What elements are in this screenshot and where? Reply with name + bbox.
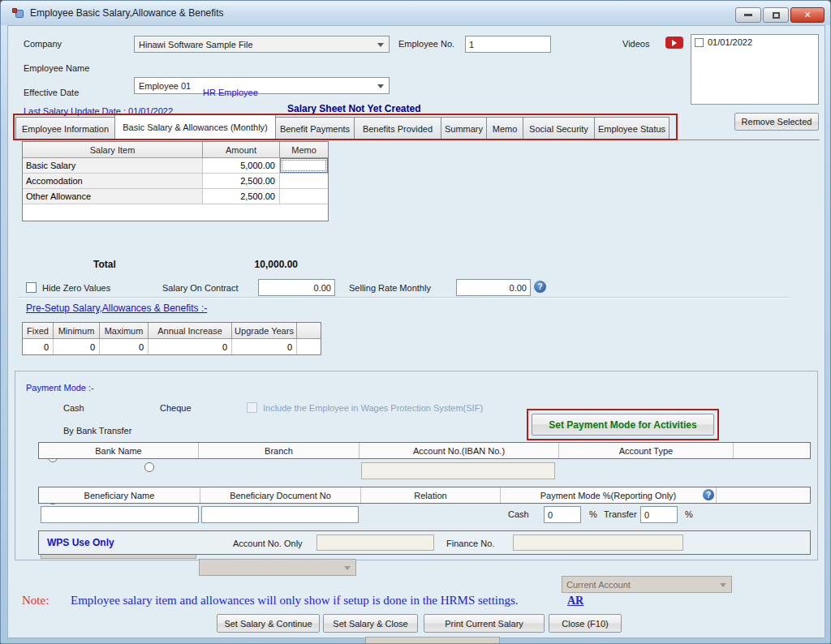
tab-benefit-payments[interactable]: Benefit Payments xyxy=(275,117,355,140)
tab-employee-status[interactable]: Employee Status xyxy=(594,117,670,140)
close-f10-button[interactable]: Close (F10) xyxy=(549,614,622,633)
branch-select[interactable] xyxy=(199,559,356,576)
salary-history-list[interactable]: 01/01/2022 xyxy=(691,34,819,105)
videos-label: Videos xyxy=(622,39,649,49)
finance-no-label: Finance No. xyxy=(446,539,494,548)
maximize-icon xyxy=(773,12,780,19)
tab-strip: Employee Information Basic Salary & Allo… xyxy=(15,117,669,140)
beneficiary-doc-input[interactable] xyxy=(201,506,359,523)
employee-name-value: Employee 01 xyxy=(139,81,191,91)
tab-basic-salary-allowances[interactable]: Basic Salary & Allowances (Monthly) xyxy=(114,114,276,140)
company-value: Hinawi Software Sample File xyxy=(139,40,253,49)
app-icon xyxy=(11,6,24,19)
table-row: Basic Salary 5,000.00 xyxy=(23,158,328,174)
transfer-label: Transfer xyxy=(604,509,637,519)
play-icon xyxy=(672,40,677,46)
finance-no-input[interactable] xyxy=(513,535,683,551)
history-item-label: 01/01/2022 xyxy=(708,37,752,47)
salary-on-contract-input[interactable] xyxy=(258,279,335,296)
transfer-pct-input[interactable] xyxy=(640,506,678,523)
list-item[interactable]: 01/01/2022 xyxy=(691,35,818,49)
col-header-account-type: Account Type xyxy=(559,443,734,458)
relation-select[interactable] xyxy=(365,637,500,644)
col-header-memo: Memo xyxy=(280,142,328,157)
bank-grid-header: Bank Name Branch Account No.(IBAN No.) A… xyxy=(38,442,811,459)
col-header-beneficiary-name: Beneficiary Name xyxy=(39,487,200,503)
section-divider xyxy=(18,297,789,298)
bank-transfer-radio-label[interactable]: By Bank Transfer xyxy=(63,426,131,436)
amount-cell[interactable]: 2,500.00 xyxy=(203,189,280,204)
col-header-minimum: Minimum xyxy=(54,323,100,338)
col-header-blank xyxy=(297,323,321,338)
window-title: Employee Basic Salary,Allowance & Benefi… xyxy=(30,7,224,19)
tab-employee-information[interactable]: Employee Information xyxy=(15,117,115,140)
beneficiary-name-input[interactable] xyxy=(41,506,199,523)
sif-checkbox-label: Include the Employee in Wages Protection… xyxy=(263,403,483,413)
col-header-upgrade-years: Upgrade Years xyxy=(232,323,297,338)
amount-cell[interactable]: 2,500.00 xyxy=(203,174,280,188)
tab-benefits-provided[interactable]: Benefits Provided xyxy=(354,117,441,140)
salary-items-grid: Salary Item Amount Memo Basic Salary 5,0… xyxy=(22,141,329,221)
history-item-checkbox[interactable] xyxy=(695,38,704,47)
cheque-radio[interactable] xyxy=(144,462,154,472)
presetup-link[interactable]: Pre-Setup Salary,Allowances & Benefits :… xyxy=(26,303,207,314)
account-type-value: Current Account xyxy=(566,580,631,590)
tab-social-security[interactable]: Social Security xyxy=(523,117,595,140)
account-no-only-input[interactable] xyxy=(316,535,434,551)
selling-rate-label: Selling Rate Monthly xyxy=(349,283,431,293)
account-no-input[interactable] xyxy=(361,462,555,479)
maximum-value: 0 xyxy=(100,339,149,354)
employee-no-input[interactable] xyxy=(465,36,551,53)
note-label: Note: xyxy=(22,594,49,608)
company-select[interactable]: Hinawi Software Sample File xyxy=(134,36,390,53)
set-salary-close-button[interactable]: Set Salary & Close xyxy=(323,614,418,633)
cheque-radio-label[interactable]: Cheque xyxy=(160,403,192,413)
memo-cell-focused[interactable] xyxy=(280,158,328,173)
col-header-blank xyxy=(717,487,810,503)
set-salary-continue-button[interactable]: Set Salary & Continue xyxy=(217,614,320,633)
salary-item-cell: Accomodation xyxy=(23,174,203,188)
print-current-salary-button[interactable]: Print Current Salary xyxy=(424,614,545,633)
selling-rate-input[interactable] xyxy=(456,279,531,296)
upgrade-years-value: 0 xyxy=(232,339,297,354)
amount-cell[interactable]: 5,000.00 xyxy=(203,158,280,173)
tab-summary[interactable]: Summary xyxy=(441,117,487,140)
account-type-select[interactable]: Current Account xyxy=(562,576,732,593)
help-icon[interactable] xyxy=(534,281,546,293)
col-header-fixed: Fixed xyxy=(23,323,54,338)
minimum-value: 0 xyxy=(54,339,100,354)
account-no-only-label: Account No. Only xyxy=(233,539,303,548)
presetup-grid: Fixed Minimum Maximum Annual Increase Up… xyxy=(22,322,321,355)
cash-pct-input[interactable] xyxy=(544,506,581,523)
transfer-pct-sign: % xyxy=(685,509,693,519)
total-label: Total xyxy=(93,259,116,270)
client-area: Company Hinawi Software Sample File Empl… xyxy=(7,25,825,638)
remove-selected-button[interactable]: Remove Selected xyxy=(734,113,819,131)
close-button[interactable]: ✕ xyxy=(790,7,825,23)
table-row: Other Allowance 2,500.00 xyxy=(23,189,328,204)
sif-checkbox[interactable] xyxy=(247,402,257,413)
app-window: Employee Basic Salary,Allowance & Benefi… xyxy=(0,0,831,644)
col-header-relation: Relation xyxy=(361,487,501,503)
chevron-down-icon xyxy=(377,43,384,47)
table-row: Accomodation 2,500.00 xyxy=(23,174,328,189)
chevron-down-icon xyxy=(377,84,384,88)
col-header-bank-name: Bank Name xyxy=(39,443,199,458)
ar-link[interactable]: AR xyxy=(567,595,583,608)
minimize-button[interactable] xyxy=(735,7,761,23)
hide-zero-values-checkbox[interactable] xyxy=(26,282,37,293)
cash-radio-label[interactable]: Cash xyxy=(63,403,84,413)
memo-cell[interactable] xyxy=(280,189,328,204)
maximize-button[interactable] xyxy=(763,7,789,23)
col-header-branch: Branch xyxy=(199,443,360,458)
youtube-video-icon[interactable] xyxy=(665,36,683,49)
tab-memo[interactable]: Memo xyxy=(486,117,523,140)
annual-increase-value: 0 xyxy=(149,339,232,354)
help-icon[interactable] xyxy=(703,489,714,500)
employee-name-select[interactable]: Employee 01 xyxy=(134,77,390,94)
set-payment-mode-button[interactable]: Set Payment Mode for Activities xyxy=(532,414,714,436)
minimize-icon xyxy=(744,14,752,16)
col-header-salary-item: Salary Item xyxy=(23,142,203,157)
col-header-amount: Amount xyxy=(203,142,280,157)
memo-cell[interactable] xyxy=(280,174,328,188)
